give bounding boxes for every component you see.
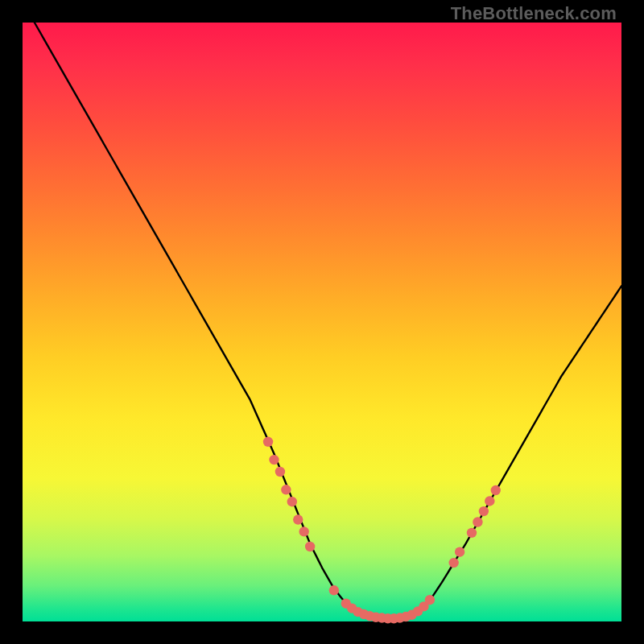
data-marker (479, 506, 489, 516)
data-marker (269, 455, 279, 464)
data-markers (263, 437, 501, 624)
watermark-text: TheBottleneck.com (451, 3, 617, 24)
data-marker (263, 437, 273, 447)
chart-frame: TheBottleneck.com (0, 0, 644, 644)
bottleneck-curve (35, 23, 621, 618)
data-marker (293, 514, 303, 524)
data-marker (275, 467, 285, 477)
data-marker (305, 542, 315, 551)
data-marker (473, 517, 482, 526)
data-marker (281, 485, 291, 494)
data-marker (287, 497, 297, 506)
data-marker (491, 485, 501, 495)
data-marker (329, 585, 339, 595)
data-marker (448, 558, 458, 568)
data-marker (467, 528, 477, 538)
data-marker (485, 496, 494, 506)
data-marker (425, 595, 435, 605)
data-marker (299, 526, 308, 536)
curve-group (35, 23, 621, 618)
chart-svg (23, 23, 621, 621)
data-marker (455, 547, 464, 557)
